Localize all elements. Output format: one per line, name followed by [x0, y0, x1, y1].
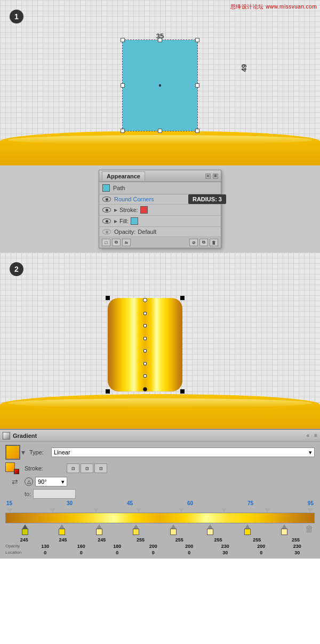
bm-swatch-7[interactable]	[244, 529, 251, 535]
duplicate-icon[interactable]: ⧉	[112, 239, 121, 246]
arrow-icon-fill[interactable]: ▶	[114, 219, 117, 224]
fill-color-swatch[interactable]	[131, 217, 138, 225]
bm-4[interactable]	[133, 524, 139, 535]
grad-point-6[interactable]	[143, 374, 147, 378]
arrow-icon-stroke[interactable]: ▶	[114, 208, 117, 213]
bm-8[interactable]	[281, 524, 287, 535]
bm-5[interactable]	[170, 524, 177, 535]
bm-swatch-4[interactable]	[133, 529, 139, 535]
bm-triangle-1[interactable]	[22, 524, 28, 529]
bm-triangle-8[interactable]	[282, 524, 287, 529]
bm-2[interactable]	[59, 524, 65, 535]
grad-point-bottom[interactable]	[143, 387, 147, 391]
panel-menu-btn[interactable]: ≡	[213, 174, 218, 179]
bm-triangle-2[interactable]	[59, 524, 65, 529]
bm-1[interactable]	[22, 524, 28, 535]
to-field[interactable]	[33, 489, 76, 499]
stroke-swatch-group[interactable]	[5, 462, 25, 474]
stroke-row[interactable]: ▶ Stroke:	[99, 205, 221, 216]
panel-collapse-btn[interactable]: «	[205, 174, 211, 179]
reverse-icon[interactable]: ⇄	[12, 477, 18, 486]
angle-select-arrow[interactable]: ▾	[61, 478, 65, 485]
top-marker-8[interactable]	[307, 508, 313, 513]
new-item-icon[interactable]: □	[102, 239, 110, 246]
grad-point-1[interactable]	[143, 312, 147, 315]
handle-bottom-right[interactable]	[195, 129, 199, 133]
stroke-swatch-group-inner[interactable]	[5, 462, 17, 474]
grad-point-5[interactable]	[143, 362, 147, 365]
trash-icon[interactable]: 🗑	[305, 524, 314, 534]
top-marker-7[interactable]	[265, 508, 270, 513]
handle-middle-right[interactable]	[195, 83, 199, 88]
bm-swatch-6[interactable]	[207, 529, 213, 535]
bm-swatch-3[interactable]	[96, 529, 102, 535]
eye-icon-opacity[interactable]	[102, 229, 111, 234]
fx-icon[interactable]: fx	[122, 239, 131, 246]
gradient-menu-btn[interactable]: ≡	[314, 433, 317, 438]
angle-select[interactable]: 90° ▾	[35, 477, 67, 486]
bm-triangle-7[interactable]	[245, 524, 250, 529]
gradient-collapse-btn[interactable]: «	[307, 433, 310, 438]
grad-point-2[interactable]	[143, 324, 147, 327]
eye-icon-round-corners[interactable]	[102, 197, 111, 202]
black-handle-bl[interactable]	[106, 389, 110, 394]
top-marker-3[interactable]	[93, 508, 99, 513]
stroke-color-swatch[interactable]	[140, 206, 148, 214]
grad-point-3[interactable]	[143, 337, 147, 340]
move-icon[interactable]: ⧉	[199, 239, 208, 246]
no-icon[interactable]: ⊘	[189, 239, 198, 246]
gradient-swatch-group[interactable]: ▾	[5, 445, 25, 460]
top-marker-1[interactable]	[7, 508, 13, 513]
bm-triangle-6[interactable]	[207, 524, 213, 529]
path-row[interactable]: Path	[99, 182, 221, 194]
grad-point-top[interactable]	[143, 298, 147, 302]
stroke-btn-2[interactable]: ⊡	[81, 464, 93, 473]
bm-6[interactable]	[207, 524, 213, 535]
gradient-controls[interactable]: « ≡	[307, 433, 317, 438]
black-handle-tr[interactable]	[180, 296, 185, 300]
fill-row[interactable]: ▶ Fill:	[99, 216, 221, 227]
stroke-type-buttons[interactable]: ⊡ ⊡ ⊡	[67, 464, 107, 473]
top-marker-6[interactable]	[221, 508, 227, 513]
bm-swatch-2[interactable]	[59, 529, 65, 535]
gold-rectangle[interactable]	[108, 298, 182, 391]
eye-icon-stroke[interactable]	[102, 207, 111, 213]
bm-7[interactable]	[244, 524, 251, 535]
grad-point-4[interactable]	[143, 349, 147, 352]
stroke-btn-3[interactable]: ⊡	[94, 464, 107, 473]
black-handle-tl[interactable]	[106, 296, 110, 300]
bm-triangle-5[interactable]	[171, 524, 176, 529]
round-corners-label[interactable]: Round Corners	[114, 196, 154, 202]
bm-swatch-5[interactable]	[170, 529, 177, 535]
bm-swatch-8[interactable]	[281, 529, 287, 535]
panel-titlebar[interactable]: Appearance « ≡	[99, 170, 221, 182]
panel-controls[interactable]: « ≡	[205, 174, 218, 179]
top-marker-5[interactable]	[179, 508, 184, 513]
stroke-btn-1[interactable]: ⊡	[67, 464, 79, 473]
swatch-arrow[interactable]: ▾	[21, 448, 25, 457]
appearance-panel[interactable]: Appearance « ≡ Path Round Corners RADIUS…	[99, 170, 221, 248]
blue-rectangle[interactable]	[123, 40, 197, 131]
black-handle-br[interactable]	[180, 389, 185, 394]
gradient-panel[interactable]: Gradient « ≡ ▾ Type: Linear ▾	[0, 429, 320, 559]
bm-triangle-3[interactable]	[97, 524, 102, 529]
handle-middle-left[interactable]	[121, 83, 125, 88]
round-corners-row[interactable]: Round Corners RADIUS: 3	[99, 194, 221, 205]
bm-swatch-1[interactable]	[22, 529, 28, 535]
reverse-icon-group[interactable]: ⇄	[5, 477, 25, 486]
handle-bottom-center[interactable]	[158, 129, 162, 133]
top-marker-2[interactable]	[50, 508, 55, 513]
handle-bottom-left[interactable]	[121, 129, 125, 133]
blue-rect-container[interactable]	[123, 40, 197, 131]
path-color-swatch[interactable]	[102, 184, 110, 192]
type-select[interactable]: Linear ▾	[51, 447, 315, 457]
delete-icon[interactable]: 🗑	[210, 239, 218, 246]
top-marker-4[interactable]	[136, 508, 141, 513]
gold-rect-container[interactable]	[108, 298, 182, 391]
gradient-main-swatch[interactable]	[5, 445, 20, 460]
type-select-arrow[interactable]: ▾	[309, 449, 312, 456]
bm-3[interactable]	[96, 524, 102, 535]
gradient-slider-bar[interactable]	[5, 513, 315, 523]
gradient-titlebar[interactable]: Gradient « ≡	[0, 430, 320, 442]
bm-triangle-4[interactable]	[133, 524, 139, 529]
